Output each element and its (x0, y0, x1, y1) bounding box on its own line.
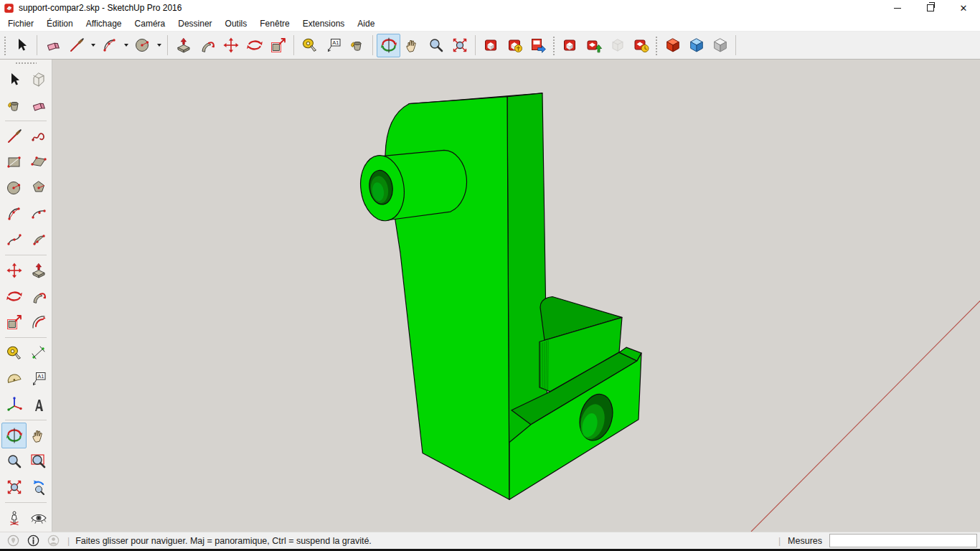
protractor-icon (6, 370, 23, 387)
pan-button[interactable] (26, 423, 51, 448)
circle-button[interactable] (1, 175, 27, 201)
line-dropdown-arrow[interactable] (88, 34, 98, 57)
eraser-button[interactable] (26, 93, 51, 118)
zoom-window-button[interactable] (26, 448, 51, 474)
eraser-button[interactable] (41, 34, 65, 57)
zoom-extents-button[interactable] (448, 34, 471, 57)
previous-view-icon (30, 479, 47, 496)
circle-dropdown-arrow[interactable] (154, 34, 164, 57)
credits-button[interactable] (27, 534, 40, 547)
pie-button[interactable] (26, 227, 51, 253)
share-model-button[interactable] (503, 34, 527, 57)
scale-icon (270, 37, 287, 54)
arc-icon (6, 205, 23, 222)
menu-item-fichier[interactable]: Fichier (1, 17, 40, 30)
freehand-button[interactable] (26, 123, 51, 149)
two-point-arc-button[interactable] (26, 201, 51, 227)
upload-model-button[interactable] (582, 34, 606, 57)
protractor-button[interactable] (1, 366, 27, 392)
paint-bucket-button[interactable] (1, 93, 27, 118)
menu-item-extensions[interactable]: Extensions (296, 17, 352, 30)
sign-in-button[interactable] (47, 534, 60, 547)
circle-button[interactable] (131, 34, 154, 57)
push-pull-icon (30, 262, 47, 279)
make-component-button[interactable] (26, 67, 51, 93)
axes-button[interactable] (1, 392, 27, 418)
follow-me-button[interactable] (195, 34, 219, 57)
pan-button[interactable] (400, 34, 424, 57)
move-button[interactable] (1, 258, 27, 283)
offset-button[interactable] (26, 309, 51, 335)
select-button[interactable] (1, 67, 27, 93)
tape-measure-button[interactable] (1, 340, 27, 366)
scale-button[interactable] (1, 309, 27, 335)
svg-text:A1: A1 (37, 373, 44, 380)
measurements-input[interactable] (829, 534, 977, 547)
dimension-button[interactable] (26, 340, 51, 366)
viewport-3d[interactable] (52, 60, 980, 532)
menu-item-dessiner[interactable]: Dessiner (171, 17, 218, 30)
move-button[interactable] (219, 34, 242, 57)
menu-item-outils[interactable]: Outils (219, 17, 254, 30)
geolocation-button[interactable] (6, 534, 20, 547)
rotate-button[interactable] (1, 283, 27, 309)
follow-me-button[interactable] (26, 283, 51, 309)
minimize-button[interactable] (881, 0, 914, 16)
tape-measure-button[interactable] (298, 34, 321, 57)
close-button[interactable]: ✕ (947, 0, 980, 16)
scale-button[interactable] (266, 34, 290, 57)
line-button[interactable] (1, 123, 27, 149)
menu-item-camera[interactable]: Caméra (128, 17, 172, 30)
menu-item-affichage[interactable]: Affichage (80, 17, 128, 30)
rotate-button[interactable] (242, 34, 266, 57)
chevron-down-icon (124, 44, 128, 47)
gray-cube-button[interactable] (708, 34, 732, 57)
zoom-button[interactable] (1, 448, 27, 474)
arc-button[interactable] (1, 201, 27, 227)
arc-dropdown-arrow[interactable] (121, 34, 131, 57)
rotated-rectangle-icon (30, 154, 47, 171)
push-pull-button[interactable] (171, 34, 195, 57)
select-icon (13, 37, 30, 54)
rotate-icon (6, 288, 23, 305)
follow-me-icon (30, 288, 47, 305)
blue-cube-button[interactable] (684, 34, 708, 57)
get-models-button[interactable] (558, 34, 582, 57)
toolbar-grip (654, 35, 658, 55)
3d-text-button[interactable] (26, 392, 51, 418)
zoom-extents-button[interactable] (1, 474, 27, 500)
zoom-extents-icon (451, 37, 468, 54)
menu-item-fenetre[interactable]: Fenêtre (253, 17, 296, 30)
look-around-button[interactable] (26, 505, 51, 531)
paint-bucket-button[interactable] (345, 34, 369, 57)
select-button[interactable] (9, 34, 33, 57)
eraser-icon (44, 37, 62, 54)
position-camera-button[interactable] (1, 505, 27, 531)
rotated-rectangle-button[interactable] (26, 149, 51, 175)
get-models-button[interactable] (479, 34, 503, 57)
restore-button[interactable] (914, 0, 947, 16)
text-button[interactable]: A1 (321, 34, 345, 57)
model-info-button[interactable] (606, 34, 629, 57)
make-component-icon (30, 71, 47, 88)
polygon-button[interactable] (26, 175, 51, 201)
zoom-button[interactable] (424, 34, 448, 57)
previous-view-button[interactable] (26, 474, 51, 500)
model-support-bracket[interactable] (357, 93, 641, 499)
orbit-button[interactable] (377, 34, 400, 57)
scene-svg[interactable] (52, 60, 980, 532)
send-to-layout-button[interactable] (527, 34, 550, 57)
menu-item-edition[interactable]: Édition (40, 17, 80, 30)
text-button[interactable]: A1 (26, 366, 51, 392)
red-cube-button[interactable] (661, 34, 684, 57)
three-point-arc-button[interactable] (1, 227, 27, 253)
orbit-button[interactable] (1, 423, 27, 448)
push-pull-button[interactable] (26, 258, 51, 283)
status-separator: | (67, 536, 70, 546)
menu-item-aide[interactable]: Aide (351, 17, 381, 30)
extension-warehouse-button[interactable] (629, 34, 653, 57)
line-button[interactable] (65, 34, 88, 57)
toolbar-divider (5, 337, 47, 338)
rectangle-button[interactable] (1, 149, 27, 175)
arc-button[interactable] (98, 34, 121, 57)
